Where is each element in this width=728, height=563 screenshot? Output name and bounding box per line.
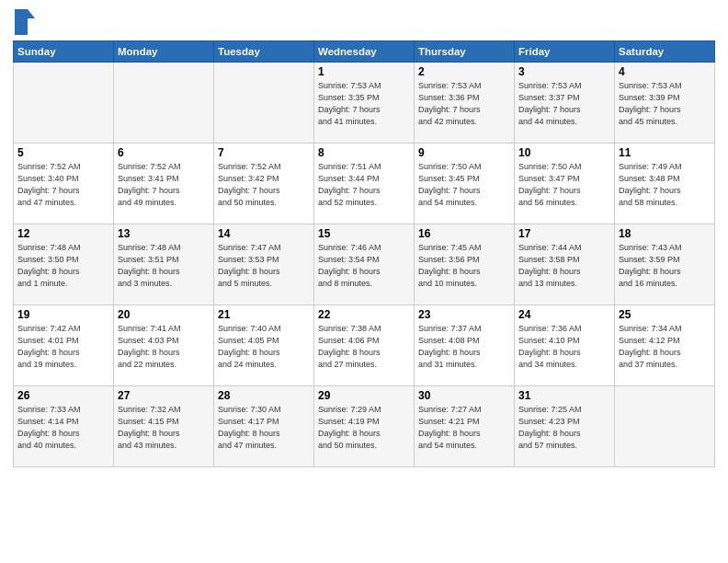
calendar-cell: 18Sunrise: 7:43 AM Sunset: 3:59 PM Dayli… <box>615 224 715 305</box>
week-row-4: 26Sunrise: 7:33 AM Sunset: 4:14 PM Dayli… <box>14 386 715 467</box>
day-header-sunday: Sunday <box>14 41 114 63</box>
calendar-cell: 10Sunrise: 7:50 AM Sunset: 3:47 PM Dayli… <box>515 144 615 224</box>
day-number: 17 <box>518 227 610 240</box>
day-number: 4 <box>619 65 711 78</box>
day-info: Sunrise: 7:27 AM Sunset: 4:21 PM Dayligh… <box>418 404 510 452</box>
calendar-cell: 21Sunrise: 7:40 AM Sunset: 4:05 PM Dayli… <box>214 305 314 386</box>
day-info: Sunrise: 7:36 AM Sunset: 4:10 PM Dayligh… <box>518 323 610 371</box>
day-number: 25 <box>619 308 711 321</box>
day-info: Sunrise: 7:33 AM Sunset: 4:14 PM Dayligh… <box>17 404 109 452</box>
day-number: 6 <box>118 146 210 159</box>
calendar-cell: 11Sunrise: 7:49 AM Sunset: 3:48 PM Dayli… <box>615 144 715 224</box>
day-info: Sunrise: 7:53 AM Sunset: 3:39 PM Dayligh… <box>619 80 711 128</box>
day-info: Sunrise: 7:48 AM Sunset: 3:51 PM Dayligh… <box>118 242 210 290</box>
calendar-cell: 17Sunrise: 7:44 AM Sunset: 3:58 PM Dayli… <box>515 224 615 305</box>
logo-icon <box>15 9 35 35</box>
day-info: Sunrise: 7:51 AM Sunset: 3:44 PM Dayligh… <box>318 161 410 209</box>
week-row-0: 1Sunrise: 7:53 AM Sunset: 3:35 PM Daylig… <box>14 63 715 144</box>
day-number: 29 <box>318 389 410 402</box>
calendar-cell: 16Sunrise: 7:45 AM Sunset: 3:56 PM Dayli… <box>415 224 515 305</box>
day-number: 9 <box>418 146 510 159</box>
day-number: 22 <box>318 308 410 321</box>
calendar-cell: 13Sunrise: 7:48 AM Sunset: 3:51 PM Dayli… <box>114 224 214 305</box>
calendar-cell: 5Sunrise: 7:52 AM Sunset: 3:40 PM Daylig… <box>14 144 114 224</box>
calendar-cell: 29Sunrise: 7:29 AM Sunset: 4:19 PM Dayli… <box>314 386 415 467</box>
calendar-header-row: SundayMondayTuesdayWednesdayThursdayFrid… <box>14 41 715 63</box>
day-number: 27 <box>118 389 210 402</box>
calendar-cell: 9Sunrise: 7:50 AM Sunset: 3:45 PM Daylig… <box>415 144 515 224</box>
day-header-wednesday: Wednesday <box>314 41 415 63</box>
week-row-1: 5Sunrise: 7:52 AM Sunset: 3:40 PM Daylig… <box>14 144 715 224</box>
day-number: 28 <box>218 389 310 402</box>
calendar-cell <box>214 63 314 144</box>
calendar-cell: 2Sunrise: 7:53 AM Sunset: 3:36 PM Daylig… <box>415 63 515 144</box>
day-number: 24 <box>518 308 610 321</box>
day-number: 10 <box>518 146 610 159</box>
day-info: Sunrise: 7:52 AM Sunset: 3:40 PM Dayligh… <box>17 161 109 209</box>
day-info: Sunrise: 7:43 AM Sunset: 3:59 PM Dayligh… <box>619 242 711 290</box>
day-number: 8 <box>318 146 410 159</box>
svg-marker-0 <box>15 9 35 35</box>
day-info: Sunrise: 7:46 AM Sunset: 3:54 PM Dayligh… <box>318 242 410 290</box>
day-number: 1 <box>318 65 410 78</box>
calendar-cell: 1Sunrise: 7:53 AM Sunset: 3:35 PM Daylig… <box>314 63 415 144</box>
day-number: 23 <box>418 308 510 321</box>
day-info: Sunrise: 7:50 AM Sunset: 3:47 PM Dayligh… <box>518 161 610 209</box>
day-info: Sunrise: 7:34 AM Sunset: 4:12 PM Dayligh… <box>619 323 711 371</box>
calendar-cell: 14Sunrise: 7:47 AM Sunset: 3:53 PM Dayli… <box>214 224 314 305</box>
calendar-cell <box>14 63 114 144</box>
day-header-saturday: Saturday <box>615 41 715 63</box>
day-info: Sunrise: 7:41 AM Sunset: 4:03 PM Dayligh… <box>118 323 210 371</box>
calendar-cell <box>615 386 715 467</box>
day-info: Sunrise: 7:52 AM Sunset: 3:41 PM Dayligh… <box>118 161 210 209</box>
calendar: SundayMondayTuesdayWednesdayThursdayFrid… <box>13 40 715 467</box>
calendar-cell: 24Sunrise: 7:36 AM Sunset: 4:10 PM Dayli… <box>515 305 615 386</box>
calendar-cell: 30Sunrise: 7:27 AM Sunset: 4:21 PM Dayli… <box>415 386 515 467</box>
day-number: 18 <box>619 227 711 240</box>
day-number: 30 <box>418 389 510 402</box>
day-header-tuesday: Tuesday <box>214 41 314 63</box>
day-number: 15 <box>318 227 410 240</box>
calendar-cell: 22Sunrise: 7:38 AM Sunset: 4:06 PM Dayli… <box>314 305 415 386</box>
day-info: Sunrise: 7:32 AM Sunset: 4:15 PM Dayligh… <box>118 404 210 452</box>
calendar-cell: 4Sunrise: 7:53 AM Sunset: 3:39 PM Daylig… <box>615 63 715 144</box>
day-number: 11 <box>619 146 711 159</box>
calendar-cell: 26Sunrise: 7:33 AM Sunset: 4:14 PM Dayli… <box>14 386 114 467</box>
day-info: Sunrise: 7:30 AM Sunset: 4:17 PM Dayligh… <box>218 404 310 452</box>
calendar-cell: 7Sunrise: 7:52 AM Sunset: 3:42 PM Daylig… <box>214 144 314 224</box>
calendar-cell: 6Sunrise: 7:52 AM Sunset: 3:41 PM Daylig… <box>114 144 214 224</box>
day-info: Sunrise: 7:53 AM Sunset: 3:37 PM Dayligh… <box>518 80 610 128</box>
day-number: 14 <box>218 227 310 240</box>
week-row-2: 12Sunrise: 7:48 AM Sunset: 3:50 PM Dayli… <box>14 224 715 305</box>
day-info: Sunrise: 7:25 AM Sunset: 4:23 PM Dayligh… <box>518 404 610 452</box>
calendar-cell: 20Sunrise: 7:41 AM Sunset: 4:03 PM Dayli… <box>114 305 214 386</box>
day-header-monday: Monday <box>114 41 214 63</box>
day-number: 2 <box>418 65 510 78</box>
day-info: Sunrise: 7:52 AM Sunset: 3:42 PM Dayligh… <box>218 161 310 209</box>
day-number: 26 <box>17 389 109 402</box>
day-info: Sunrise: 7:44 AM Sunset: 3:58 PM Dayligh… <box>518 242 610 290</box>
calendar-cell: 15Sunrise: 7:46 AM Sunset: 3:54 PM Dayli… <box>314 224 415 305</box>
calendar-cell: 23Sunrise: 7:37 AM Sunset: 4:08 PM Dayli… <box>415 305 515 386</box>
day-number: 19 <box>17 308 109 321</box>
day-info: Sunrise: 7:53 AM Sunset: 3:35 PM Dayligh… <box>318 80 410 128</box>
day-info: Sunrise: 7:38 AM Sunset: 4:06 PM Dayligh… <box>318 323 410 371</box>
calendar-cell: 28Sunrise: 7:30 AM Sunset: 4:17 PM Dayli… <box>214 386 314 467</box>
day-header-thursday: Thursday <box>415 41 515 63</box>
day-header-friday: Friday <box>515 41 615 63</box>
page: SundayMondayTuesdayWednesdayThursdayFrid… <box>0 0 728 563</box>
calendar-cell <box>114 63 214 144</box>
day-number: 5 <box>17 146 109 159</box>
calendar-cell: 12Sunrise: 7:48 AM Sunset: 3:50 PM Dayli… <box>14 224 114 305</box>
day-info: Sunrise: 7:49 AM Sunset: 3:48 PM Dayligh… <box>619 161 711 209</box>
day-number: 3 <box>518 65 610 78</box>
day-info: Sunrise: 7:48 AM Sunset: 3:50 PM Dayligh… <box>17 242 109 290</box>
calendar-cell: 19Sunrise: 7:42 AM Sunset: 4:01 PM Dayli… <box>14 305 114 386</box>
calendar-cell: 8Sunrise: 7:51 AM Sunset: 3:44 PM Daylig… <box>314 144 415 224</box>
calendar-cell: 25Sunrise: 7:34 AM Sunset: 4:12 PM Dayli… <box>615 305 715 386</box>
header <box>13 9 715 35</box>
day-info: Sunrise: 7:50 AM Sunset: 3:45 PM Dayligh… <box>418 161 510 209</box>
day-number: 31 <box>518 389 610 402</box>
day-info: Sunrise: 7:42 AM Sunset: 4:01 PM Dayligh… <box>17 323 109 371</box>
day-number: 20 <box>118 308 210 321</box>
